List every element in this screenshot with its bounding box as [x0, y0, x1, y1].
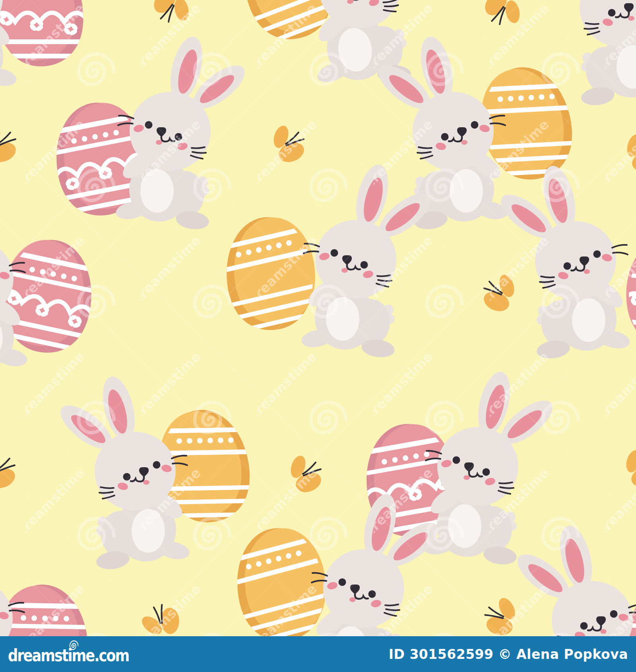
- stock-image-preview: dreamstime: [0, 0, 636, 672]
- dreamstime-spiral-icon: [69, 639, 79, 651]
- dreamstime-logo: dreamstime.com: [8, 645, 129, 665]
- watermark-overlay: [0, 0, 636, 636]
- watermark-bar: dreamstime.com ID 301562599 © Alena Popk…: [0, 636, 636, 672]
- image-credit: ID 301562599 © Alena Popkova: [389, 647, 628, 662]
- easter-pattern-artwork: dreamstime: [0, 0, 636, 636]
